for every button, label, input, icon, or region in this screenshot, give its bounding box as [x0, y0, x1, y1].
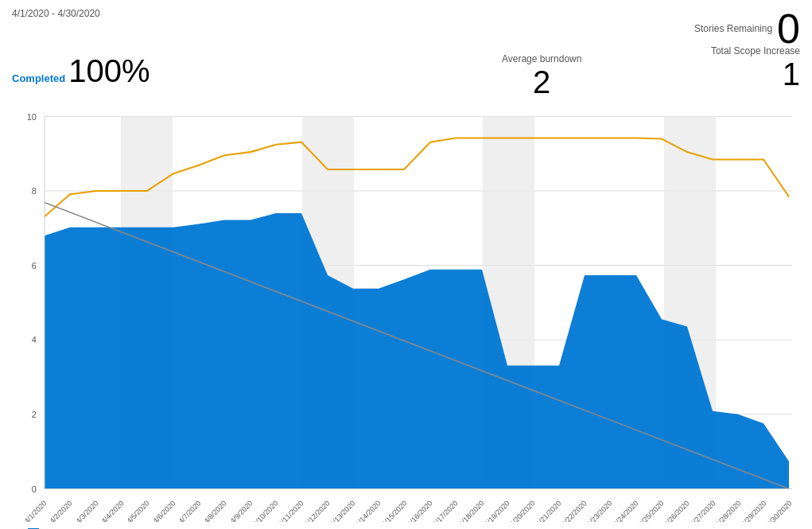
- svg-text:4/30/2020: 4/30/2020: [765, 499, 793, 522]
- date-range: 4/1/2020 - 4/30/2020: [12, 8, 100, 19]
- total-scope-metric: Total Scope Increase 1: [711, 45, 800, 92]
- svg-text:4/17/2020: 4/17/2020: [431, 499, 459, 522]
- svg-text:4/19/2020: 4/19/2020: [483, 499, 511, 522]
- svg-text:4/13/2020: 4/13/2020: [328, 499, 356, 522]
- avg-burndown-label: Average burndown: [502, 53, 582, 64]
- svg-text:4/15/2020: 4/15/2020: [380, 499, 408, 522]
- chart-svg: 0 2 4 6 8 10: [13, 108, 800, 522]
- svg-text:4/7/2020: 4/7/2020: [177, 499, 202, 522]
- svg-text:4/28/2020: 4/28/2020: [714, 499, 742, 522]
- svg-text:8: 8: [31, 186, 36, 196]
- total-scope-value: 1: [783, 56, 800, 91]
- svg-text:6: 6: [31, 261, 36, 270]
- avg-burndown-value: 2: [533, 64, 550, 99]
- svg-text:4/23/2020: 4/23/2020: [585, 499, 613, 522]
- main-container: 4/1/2020 - 4/30/2020 Stories Remaining 0…: [0, 0, 812, 529]
- svg-text:4/14/2020: 4/14/2020: [354, 499, 382, 522]
- stories-remaining-value: 0: [777, 8, 800, 49]
- svg-text:4/5/2020: 4/5/2020: [125, 499, 150, 522]
- chart-area: 0 2 4 6 8 10: [13, 108, 800, 522]
- completed-label: Completed: [12, 72, 65, 84]
- svg-text:4/22/2020: 4/22/2020: [560, 499, 588, 522]
- svg-text:4/1/2020: 4/1/2020: [22, 499, 48, 522]
- stories-remaining: Stories Remaining 0: [694, 8, 800, 49]
- svg-text:4/8/2020: 4/8/2020: [202, 499, 227, 522]
- svg-text:4/21/2020: 4/21/2020: [534, 499, 562, 522]
- svg-text:4/11/2020: 4/11/2020: [277, 499, 305, 522]
- svg-text:4/25/2020: 4/25/2020: [637, 499, 665, 522]
- completed-metric: Completed 100%: [12, 53, 150, 89]
- svg-text:4/20/2020: 4/20/2020: [508, 499, 536, 522]
- svg-text:4/10/2020: 4/10/2020: [251, 499, 279, 522]
- svg-text:4/2/2020: 4/2/2020: [48, 499, 73, 522]
- total-scope-label: Total Scope Increase: [711, 45, 800, 56]
- completed-value: 100%: [68, 53, 150, 89]
- stories-remaining-label: Stories Remaining: [694, 23, 772, 34]
- svg-text:4/9/2020: 4/9/2020: [228, 499, 254, 522]
- top-bar: 4/1/2020 - 4/30/2020 Stories Remaining 0: [12, 8, 800, 49]
- svg-text:4/24/2020: 4/24/2020: [612, 499, 639, 522]
- svg-text:0: 0: [31, 484, 36, 493]
- svg-text:4/27/2020: 4/27/2020: [689, 499, 717, 522]
- svg-text:10: 10: [26, 111, 36, 121]
- svg-text:4/29/2020: 4/29/2020: [740, 499, 767, 522]
- svg-text:4/6/2020: 4/6/2020: [151, 499, 177, 522]
- svg-text:4/3/2020: 4/3/2020: [74, 499, 99, 522]
- svg-text:4/16/2020: 4/16/2020: [406, 499, 433, 522]
- svg-text:4: 4: [31, 335, 36, 344]
- svg-text:4/12/2020: 4/12/2020: [303, 499, 331, 522]
- svg-text:4/18/2020: 4/18/2020: [457, 499, 485, 522]
- svg-text:4/4/2020: 4/4/2020: [99, 499, 125, 522]
- avg-burndown-metric: Average burndown 2: [502, 53, 582, 100]
- svg-text:2: 2: [31, 410, 36, 419]
- svg-text:4/26/2020: 4/26/2020: [662, 499, 690, 522]
